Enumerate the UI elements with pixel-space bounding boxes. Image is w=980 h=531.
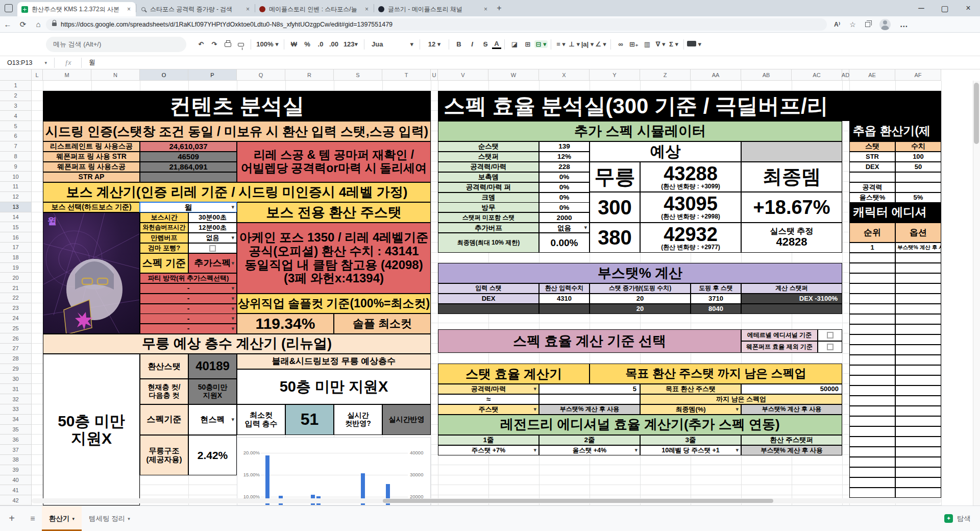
row-header-35[interactable]: 35	[0, 425, 32, 435]
row-header-32[interactable]: 32	[0, 394, 32, 404]
fill-color-icon[interactable]: ◪	[508, 40, 521, 48]
maximize-button[interactable]: ▢	[933, 0, 957, 16]
addopt-empty-cell[interactable]	[895, 314, 941, 324]
spec-basis-dropdown[interactable]: 추가스펙	[188, 253, 237, 273]
column-header-V[interactable]: V	[438, 69, 488, 81]
tab-close-icon[interactable]: ×	[245, 6, 251, 13]
addopt-empty-cell[interactable]	[849, 457, 895, 467]
column-header-U[interactable]: U	[431, 69, 438, 81]
column-header-T[interactable]: T	[382, 69, 431, 81]
checkbox-icon[interactable]	[827, 344, 834, 350]
substat-row-cell[interactable]: 20	[590, 294, 691, 304]
addopt-empty-cell[interactable]	[895, 355, 941, 365]
close-button[interactable]: ×	[957, 0, 980, 16]
text-wrap-icon[interactable]: |a| ▾	[581, 40, 594, 48]
name-box[interactable]: O13:P13▾	[0, 59, 51, 66]
addopt-empty-cell[interactable]	[849, 385, 895, 396]
sim-row-value[interactable]: 12%	[539, 152, 590, 162]
row-header-26[interactable]: 26	[0, 333, 32, 344]
column-header-X[interactable]: X	[539, 69, 590, 81]
row-header-33[interactable]: 33	[0, 404, 32, 415]
column-header-AD[interactable]: AD	[842, 69, 849, 81]
addopt-empty-cell[interactable]	[849, 324, 895, 334]
addopt-empty-cell[interactable]	[895, 334, 941, 345]
addopt-empty-cell[interactable]	[895, 324, 941, 334]
boss-field-dropdown[interactable]: 없음	[188, 233, 237, 243]
redo-icon[interactable]: ↷	[208, 40, 221, 48]
row-header-34[interactable]: 34	[0, 415, 32, 425]
functions-icon[interactable]: Σ ▾	[667, 40, 680, 48]
formula-input[interactable]: 윌	[85, 58, 95, 67]
addopt-stat-value[interactable]: 5%	[895, 192, 941, 203]
addopt-empty-cell[interactable]	[849, 437, 895, 447]
row-header-12[interactable]: 12	[0, 192, 32, 202]
final-dmg-select-dropdown[interactable]: 최종뎀(%)	[640, 404, 741, 415]
sim-row-value[interactable]: 0%	[539, 192, 590, 203]
addopt-empty-cell[interactable]	[849, 467, 895, 477]
addopt-empty-cell[interactable]	[895, 467, 941, 477]
addopt-empty-cell[interactable]	[849, 406, 895, 416]
addopt-empty-cell[interactable]	[849, 365, 895, 375]
browser-tab[interactable]: 메이플스토리 인벤 : 스타포스/늘×	[255, 2, 374, 16]
back-icon[interactable]: ←	[0, 20, 15, 29]
main-stat-dropdown[interactable]: 주스탯	[438, 404, 539, 415]
sim-row-value[interactable]: 139	[539, 141, 590, 152]
seedring-value[interactable]: 21,864,091	[140, 162, 237, 172]
row-header-29[interactable]: 29	[0, 364, 32, 374]
column-header-N[interactable]: N	[91, 69, 140, 81]
row-header-23[interactable]: 23	[0, 303, 32, 313]
percent-format-icon[interactable]: %	[301, 40, 314, 48]
addopt-empty-cell[interactable]	[895, 375, 941, 385]
undo-icon[interactable]: ↶	[194, 40, 208, 48]
read-aloud-icon[interactable]: A⁾	[834, 21, 840, 28]
collections-icon[interactable]	[865, 22, 870, 27]
sim-row-value[interactable]: 0.00%	[539, 233, 590, 253]
column-header-AA[interactable]: AA	[691, 69, 741, 81]
row-header-5[interactable]: 5	[0, 121, 32, 131]
addopt-empty-cell[interactable]	[895, 457, 941, 467]
party-debuff-dropdown[interactable]: -	[140, 304, 237, 314]
party-debuff-dropdown[interactable]: -	[140, 283, 237, 294]
row-header-41[interactable]: 41	[0, 485, 32, 495]
column-header-AF[interactable]: AF	[895, 69, 941, 81]
stat-eff-value[interactable]: 5	[539, 384, 640, 394]
addopt-empty-cell[interactable]	[895, 263, 941, 273]
addopt-empty-cell[interactable]	[849, 447, 895, 457]
tab-actions-icon[interactable]	[5, 4, 13, 12]
url-field[interactable]: https://docs.google.com/spreadsheets/d/1…	[46, 18, 827, 31]
addopt-empty-cell[interactable]	[849, 396, 895, 406]
print-icon[interactable]	[221, 40, 234, 49]
currency-format-icon[interactable]: ₩	[287, 40, 301, 48]
addopt-empty-cell[interactable]	[895, 416, 941, 426]
spec-std-dropdown[interactable]: 현스펙	[188, 404, 237, 435]
addopt-empty-cell[interactable]	[849, 334, 895, 345]
addopt-empty-cell[interactable]	[895, 365, 941, 375]
row-header-6[interactable]: 6	[0, 131, 32, 141]
addopt-stat-value[interactable]: 50	[895, 162, 941, 172]
column-header-Q[interactable]: Q	[237, 69, 285, 81]
murung-struct-value[interactable]: 2.42%	[188, 435, 237, 475]
home-icon[interactable]: ⌂	[31, 20, 46, 29]
addopt-empty-cell[interactable]	[849, 355, 895, 365]
addopt-empty-cell[interactable]	[895, 477, 941, 488]
addopt-empty-cell[interactable]	[895, 447, 941, 457]
sheet-tab-active[interactable]: 환산기▾	[42, 506, 82, 531]
sheet-tab-inactive[interactable]: 템세팅 정리▾	[82, 506, 137, 531]
substat-row-cell[interactable]: 3710	[691, 294, 741, 304]
row-header-27[interactable]: 27	[0, 344, 32, 354]
sim-row-value[interactable]: 없음	[539, 223, 590, 233]
embedded-bar-chart[interactable]: 20.00%4000015.00%3000010.00%20000	[237, 437, 431, 505]
row-header-8[interactable]: 8	[0, 152, 32, 162]
row-header-16[interactable]: 16	[0, 232, 32, 243]
column-header-O[interactable]: O	[140, 69, 188, 81]
text-rotation-icon[interactable]: ∠ ▾	[594, 40, 607, 48]
all-sheets-menu-icon[interactable]: ≡	[23, 514, 42, 523]
row-header-15[interactable]: 15	[0, 222, 32, 232]
tab-close-icon[interactable]: ×	[483, 6, 488, 13]
row-header-20[interactable]: 20	[0, 273, 32, 283]
substat-row-cell[interactable]: 4310	[539, 294, 590, 304]
vertical-align-icon[interactable]: ⊥ ▾	[568, 40, 581, 48]
bold-icon[interactable]: B	[452, 40, 465, 48]
column-header-AE[interactable]: AE	[849, 69, 895, 81]
sim-row-value[interactable]: 228	[539, 162, 590, 172]
